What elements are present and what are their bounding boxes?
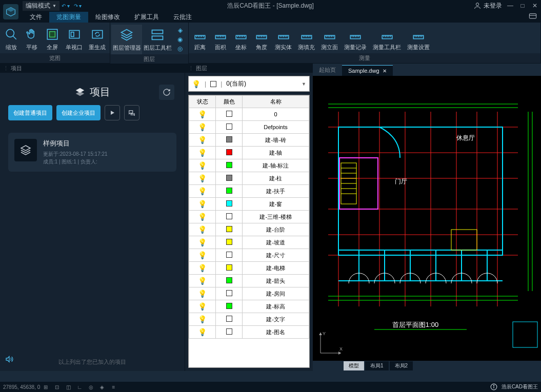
bulb-icon[interactable]: 💡 — [198, 238, 207, 246]
layer-mini-3[interactable]: ◎ — [175, 44, 185, 53]
measure-5-button[interactable]: 测填充 — [295, 25, 318, 53]
layer-row[interactable]: 💡建-墙-砖 — [189, 134, 309, 147]
redo-button[interactable]: ↷ ▾ — [74, 3, 82, 9]
status-btn-1[interactable]: ⊞ — [41, 382, 50, 391]
close-button[interactable]: ✕ — [531, 2, 539, 10]
tab-start[interactable]: 起始页 — [313, 64, 342, 76]
create-enterprise-project-button[interactable]: 创建企业项目 — [56, 105, 101, 120]
minimize-button[interactable]: — — [506, 2, 514, 10]
measure-2-button[interactable]: 坐标 — [231, 25, 251, 53]
canvas[interactable]: 门厅 休息厅 首层平面图1:00 XY — [313, 76, 541, 361]
layer-row[interactable]: 💡建-房间 — [189, 287, 309, 300]
sound-button[interactable] — [5, 355, 15, 365]
layer-row[interactable]: 💡建-电梯 — [189, 262, 309, 275]
pan-button[interactable]: 平移 — [22, 25, 42, 53]
maximize-button[interactable]: □ — [518, 2, 527, 10]
status-btn-3[interactable]: ◫ — [64, 382, 73, 391]
bulb-icon[interactable]: 💡 — [198, 187, 207, 195]
layer-mini-2[interactable]: ◉ — [175, 35, 185, 44]
layer-row[interactable]: 💡建-标高 — [189, 300, 309, 313]
measure-4-button[interactable]: 测实体 — [272, 25, 295, 53]
menu-draw-modify[interactable]: 绘图修改 — [88, 12, 127, 23]
bulb-icon[interactable]: 💡 — [198, 213, 207, 221]
measure-1-button[interactable]: 面积 — [210, 25, 231, 53]
col-state[interactable]: 状态 — [189, 96, 216, 108]
close-tab-icon[interactable]: ✕ — [383, 68, 387, 74]
color-swatch[interactable] — [226, 162, 232, 168]
bulb-icon[interactable]: 💡 — [198, 277, 207, 285]
sheet-layout2[interactable]: 布局2 — [390, 361, 413, 370]
color-swatch[interactable] — [226, 123, 232, 130]
measure-7-button[interactable]: 测量记录 — [341, 25, 370, 53]
layer-row[interactable]: 💡建-图名 — [189, 326, 309, 339]
status-btn-6[interactable]: ◈ — [97, 382, 107, 391]
menu-cloud-annotate[interactable]: 云批注 — [166, 12, 199, 23]
bulb-icon[interactable]: 💡 — [198, 225, 207, 234]
layer-current-checkbox[interactable] — [210, 81, 216, 87]
bulb-icon[interactable]: 💡 — [192, 80, 201, 88]
help-button[interactable] — [529, 13, 537, 22]
color-swatch[interactable] — [226, 277, 232, 283]
layer-row[interactable]: 💡建-文字 — [189, 313, 309, 326]
color-swatch[interactable] — [226, 328, 232, 335]
chat-button[interactable] — [124, 105, 139, 120]
measure-0-button[interactable]: 距离 — [190, 25, 210, 53]
fullscreen-button[interactable]: 全屏 — [42, 25, 63, 53]
project-card[interactable]: 样例项目 更新于:2023-08-17 15:17:21 成员:1 | 图纸:1… — [8, 133, 176, 172]
color-swatch[interactable] — [226, 136, 232, 142]
measure-9-button[interactable]: 测量设置 — [404, 25, 433, 53]
color-swatch[interactable] — [226, 188, 232, 194]
status-btn-4[interactable]: ∟ — [75, 382, 84, 391]
bulb-icon[interactable]: 💡 — [198, 200, 207, 208]
layer-row[interactable]: 💡建-尺寸 — [189, 249, 309, 262]
color-swatch[interactable] — [226, 290, 232, 296]
regen-button[interactable]: 重生成 — [86, 25, 109, 53]
layer-row[interactable]: 💡建-台阶 — [189, 223, 309, 236]
color-swatch[interactable] — [226, 200, 232, 207]
layer-row[interactable]: 💡建-轴 — [189, 147, 309, 159]
sheet-layout1[interactable]: 布局1 — [365, 361, 389, 370]
measure-6-button[interactable]: 测立面 — [318, 25, 341, 53]
bulb-icon[interactable]: 💡 — [198, 110, 207, 118]
layer-row[interactable]: 💡建-三维-楼梯 — [189, 211, 309, 223]
bulb-icon[interactable]: 💡 — [198, 251, 207, 259]
layer-row[interactable]: 💡建-柱 — [189, 172, 309, 185]
layer-row[interactable]: 💡Defpoints — [189, 121, 309, 134]
color-swatch[interactable] — [226, 213, 232, 219]
panel-header[interactable]: ⋮图层 — [185, 64, 313, 73]
bulb-icon[interactable]: 💡 — [198, 136, 207, 144]
color-swatch[interactable] — [226, 252, 232, 258]
color-swatch[interactable] — [226, 175, 232, 181]
mode-dropdown[interactable]: 编辑模式 ▼ — [23, 1, 59, 11]
undo-button[interactable]: ↶ ▾ — [62, 3, 70, 9]
col-name[interactable]: 名称 — [243, 96, 309, 108]
bulb-icon[interactable]: 💡 — [198, 149, 207, 157]
bulb-icon[interactable]: 💡 — [198, 161, 207, 170]
layer-row[interactable]: 💡建-扶手 — [189, 185, 309, 198]
menu-file[interactable]: 文件 — [23, 12, 49, 23]
tab-sample[interactable]: Sample.dwg✕ — [342, 65, 393, 76]
chevron-down-icon[interactable]: ▼ — [302, 81, 306, 87]
status-btn-5[interactable]: ◎ — [86, 382, 95, 391]
layer-manager-button[interactable]: 图层管理器 — [111, 25, 142, 54]
menu-extend-tools[interactable]: 扩展工具 — [127, 12, 166, 23]
create-normal-project-button[interactable]: 创建普通项目 — [8, 105, 52, 120]
col-color[interactable]: 颜色 — [216, 96, 243, 108]
measure-3-button[interactable]: 角度 — [251, 25, 272, 53]
color-swatch[interactable] — [226, 264, 232, 271]
bulb-icon[interactable]: 💡 — [198, 315, 207, 323]
bulb-icon[interactable]: 💡 — [198, 302, 207, 311]
single-viewport-button[interactable]: 单视口 — [63, 25, 86, 53]
layer-row[interactable]: 💡建-坡道 — [189, 236, 309, 249]
bulb-icon[interactable]: 💡 — [198, 174, 207, 182]
color-swatch[interactable] — [226, 111, 232, 117]
user-icon[interactable]: 未登录 — [473, 2, 502, 10]
menu-view-measure[interactable]: 览图测量 — [49, 12, 88, 23]
layer-row[interactable]: 💡建-窗 — [189, 198, 309, 211]
layer-row[interactable]: 💡建-轴-标注 — [189, 159, 309, 172]
refresh-button[interactable] — [159, 85, 174, 100]
zoom-button[interactable]: 缩放 — [1, 25, 22, 53]
layer-toolbar-button[interactable]: 图层工具栏 — [142, 25, 173, 54]
bulb-icon[interactable]: 💡 — [198, 123, 207, 131]
play-button[interactable] — [105, 105, 120, 120]
